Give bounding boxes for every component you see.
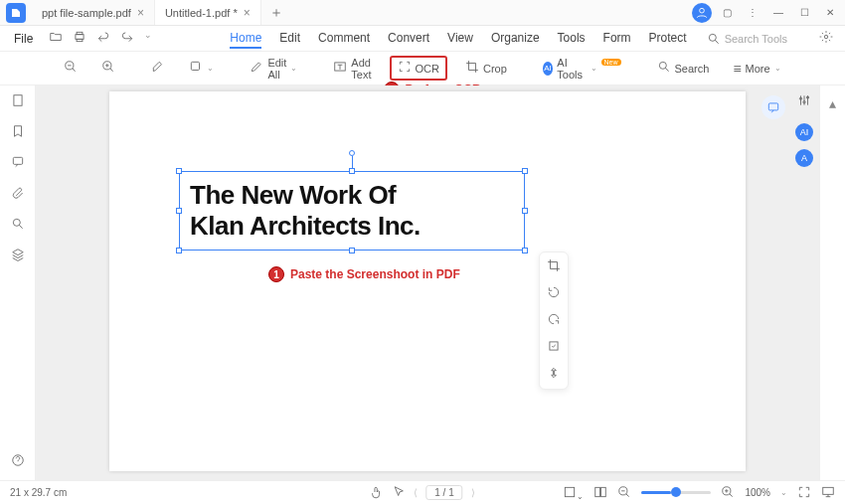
file-menu[interactable]: File	[6, 32, 41, 46]
open-icon[interactable]	[49, 30, 63, 47]
menu-form[interactable]: Form	[603, 29, 631, 49]
next-page-icon[interactable]: ⟩	[471, 487, 475, 498]
more-button[interactable]: ≡ More ⌄	[727, 57, 786, 81]
menu-tools[interactable]: Tools	[558, 29, 586, 49]
rotate-line	[352, 156, 353, 168]
rotate-left-icon[interactable]	[547, 285, 561, 302]
zoom-out-button[interactable]	[58, 56, 84, 81]
menu-view[interactable]: View	[447, 29, 473, 49]
canvas[interactable]: The New Work Of Klan Architects Inc. 1 P…	[36, 85, 819, 480]
menu-comment[interactable]: Comment	[318, 29, 370, 49]
comment-rail-icon[interactable]	[11, 155, 25, 172]
undo-icon[interactable]	[96, 30, 110, 47]
pointer-icon[interactable]	[392, 485, 406, 501]
print-icon[interactable]	[73, 30, 86, 47]
fit-page-icon[interactable]: ⌄	[563, 485, 584, 501]
menu-convert[interactable]: Convert	[388, 29, 429, 49]
search-placeholder: Search Tools	[725, 33, 787, 45]
kebab-icon[interactable]: ⋮	[742, 2, 763, 24]
help-icon[interactable]	[11, 453, 25, 470]
menu-organize[interactable]: Organize	[491, 29, 540, 49]
resize-handle[interactable]	[522, 168, 528, 174]
page-dimensions: 21 x 29.7 cm	[10, 487, 67, 498]
scroll-up-icon[interactable]: ▴	[829, 95, 836, 111]
menu-edit[interactable]: Edit	[279, 29, 300, 49]
zoom-slider[interactable]	[641, 491, 711, 494]
replace-icon[interactable]	[547, 339, 561, 356]
resize-handle[interactable]	[522, 208, 528, 214]
settings-icon[interactable]	[813, 30, 839, 47]
fullscreen-icon[interactable]	[797, 485, 811, 501]
rotate-handle[interactable]	[349, 150, 355, 156]
add-text-button[interactable]: Add Text	[327, 53, 377, 84]
panel-settings-icon[interactable]	[797, 93, 811, 110]
svg-rect-24	[595, 487, 600, 496]
resize-handle[interactable]	[176, 248, 182, 253]
crop-button[interactable]: Crop	[459, 56, 513, 81]
new-tab-button[interactable]: ＋	[261, 4, 291, 22]
thumbnail-icon[interactable]	[11, 93, 25, 110]
svg-rect-11	[13, 95, 21, 106]
ai-dot-1[interactable]: AI	[795, 123, 813, 141]
more-sel-icon[interactable]	[547, 366, 561, 383]
hand-tool-icon[interactable]	[370, 485, 384, 501]
resize-handle[interactable]	[176, 168, 182, 174]
workspace: The New Work Of Klan Architects Inc. 1 P…	[0, 85, 845, 480]
more-label: More	[746, 63, 770, 75]
resize-handle[interactable]	[522, 248, 528, 253]
crop-sel-icon[interactable]	[547, 258, 561, 275]
tab-file-sample[interactable]: ppt file-sample.pdf ×	[32, 0, 155, 25]
svg-rect-1	[76, 35, 84, 40]
ocr-button[interactable]: OCR 2 Perform OCR	[390, 56, 447, 81]
close-icon[interactable]: ×	[137, 6, 144, 20]
layers-icon[interactable]	[11, 248, 25, 264]
ai-icon: AI	[543, 62, 553, 76]
search-rail-icon[interactable]	[11, 217, 25, 234]
mini-icon[interactable]: ▢	[716, 2, 738, 24]
quick-dropdown-icon[interactable]: ⌄	[144, 30, 152, 47]
resize-handle[interactable]	[176, 208, 182, 214]
tab-untitled[interactable]: Untitled-1.pdf * ×	[155, 0, 261, 25]
prev-page-icon[interactable]: ⟨	[414, 487, 418, 498]
zoom-in-status-icon[interactable]	[721, 485, 735, 501]
minimize-icon[interactable]: —	[767, 2, 789, 24]
zoom-out-status-icon[interactable]	[617, 485, 631, 501]
edit-all-button[interactable]: Edit All ⌄	[244, 53, 303, 84]
chat-bubble-icon[interactable]	[761, 95, 785, 119]
menu-protect[interactable]: Protect	[649, 29, 687, 49]
rotate-right-icon[interactable]	[547, 312, 561, 329]
zoom-value[interactable]: 100%	[745, 487, 770, 498]
content-line-2: Klan Architects Inc.	[190, 211, 421, 242]
ai-side-buttons: AI A	[795, 123, 813, 167]
zoom-in-button[interactable]	[95, 56, 121, 81]
presentation-icon[interactable]	[821, 485, 835, 501]
close-icon[interactable]: ×	[244, 6, 251, 20]
maximize-icon[interactable]: ☐	[793, 2, 815, 24]
attachment-icon[interactable]	[11, 186, 25, 203]
search-tools-input[interactable]: Search Tools	[707, 32, 787, 46]
svg-rect-12	[13, 157, 22, 164]
menu-home[interactable]: Home	[230, 29, 261, 49]
redo-icon[interactable]	[120, 30, 134, 47]
pdf-page[interactable]: The New Work Of Klan Architects Inc. 1 P…	[109, 91, 746, 471]
callout-1-number: 1	[268, 266, 284, 282]
app-logo[interactable]	[6, 3, 26, 23]
toolbar: ⌄ Edit All ⌄ Add Text OCR 2 Perform OCR …	[0, 52, 845, 85]
ai-tools-button[interactable]: AI AI Tools ⌄ New	[537, 53, 627, 84]
highlight-button[interactable]	[145, 56, 171, 81]
page-indicator[interactable]: 1 / 1	[425, 485, 462, 500]
tab-label: ppt file-sample.pdf	[42, 7, 131, 19]
tab-label: Untitled-1.pdf *	[165, 7, 238, 19]
close-window-icon[interactable]: ✕	[819, 2, 841, 24]
svg-point-0	[700, 8, 705, 13]
reading-mode-icon[interactable]	[593, 485, 607, 501]
left-rail	[0, 85, 36, 480]
resize-handle[interactable]	[349, 168, 355, 174]
bookmark-icon[interactable]	[11, 124, 25, 141]
shape-button[interactable]: ⌄	[183, 56, 220, 81]
search-button[interactable]: Search	[651, 56, 716, 81]
ai-dot-2[interactable]: A	[795, 149, 813, 167]
resize-handle[interactable]	[349, 248, 355, 253]
user-avatar[interactable]	[692, 3, 712, 23]
selection-frame[interactable]: The New Work Of Klan Architects Inc.	[179, 171, 525, 251]
